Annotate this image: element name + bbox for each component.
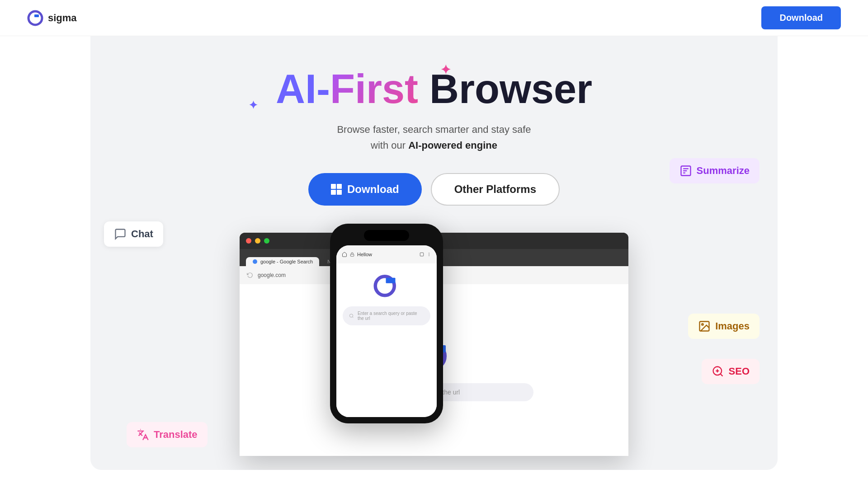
svg-line-25 xyxy=(353,317,354,318)
star-top-icon: ✦ xyxy=(440,63,451,76)
phone-addressbar: Hellow xyxy=(336,245,437,263)
svg-rect-23 xyxy=(386,278,396,283)
logo: sigma xyxy=(27,10,77,26)
phone-search-bar[interactable]: Enter a search query or paste the url xyxy=(343,306,430,325)
header-download-button[interactable]: Download xyxy=(761,6,841,29)
svg-point-12 xyxy=(253,259,257,264)
browser-area: google - Google Search New Tab google.co… xyxy=(90,233,778,470)
svg-point-0 xyxy=(28,11,42,25)
phone-tab-icon xyxy=(420,252,424,257)
refresh-icon xyxy=(247,272,253,278)
hero-title: ✦ ✦ AI-First Browser xyxy=(276,68,592,111)
summarize-badge: Summarize xyxy=(670,158,760,183)
download-button[interactable]: Download xyxy=(308,173,422,206)
svg-point-19 xyxy=(429,253,429,253)
svg-point-20 xyxy=(429,254,429,254)
maximize-dot xyxy=(264,238,269,244)
svg-rect-17 xyxy=(350,254,354,256)
svg-point-21 xyxy=(429,255,429,256)
svg-rect-18 xyxy=(420,253,424,256)
phone-addr-icons xyxy=(420,252,431,257)
other-platforms-button[interactable]: Other Platforms xyxy=(431,173,560,206)
phone-search-icon xyxy=(349,313,354,319)
phone-menu-icon xyxy=(427,252,431,257)
star-left-icon: ✦ xyxy=(249,99,258,111)
tab-google-icon xyxy=(252,259,258,264)
hero-subtitle: Browse faster, search smarter and stay s… xyxy=(337,122,531,153)
header: sigma Download xyxy=(0,0,868,36)
phone-content: Enter a search query or paste the url xyxy=(336,263,437,417)
svg-rect-1 xyxy=(34,14,39,17)
tab-google: google - Google Search xyxy=(246,257,319,266)
hero-section: ✦ ✦ AI-First Browser Browse faster, sear… xyxy=(90,36,778,470)
title-ai: AI- xyxy=(276,66,330,112)
sigma-logo-icon xyxy=(27,10,43,26)
title-first: First xyxy=(330,66,418,112)
phone-lock-icon xyxy=(350,252,354,257)
phone-home-icon xyxy=(342,252,347,257)
windows-icon xyxy=(331,184,342,195)
logo-text: sigma xyxy=(48,12,77,24)
summarize-icon xyxy=(679,164,692,177)
phone-screen: Hellow xyxy=(336,245,437,417)
minimize-dot xyxy=(255,238,260,244)
phone-mockup: Hellow xyxy=(330,224,443,423)
close-dot xyxy=(246,238,251,244)
phone-sigma-ring xyxy=(373,272,400,297)
hero-buttons: Download Other Platforms xyxy=(308,173,560,206)
phone-notch xyxy=(364,230,409,241)
svg-point-24 xyxy=(349,314,353,317)
